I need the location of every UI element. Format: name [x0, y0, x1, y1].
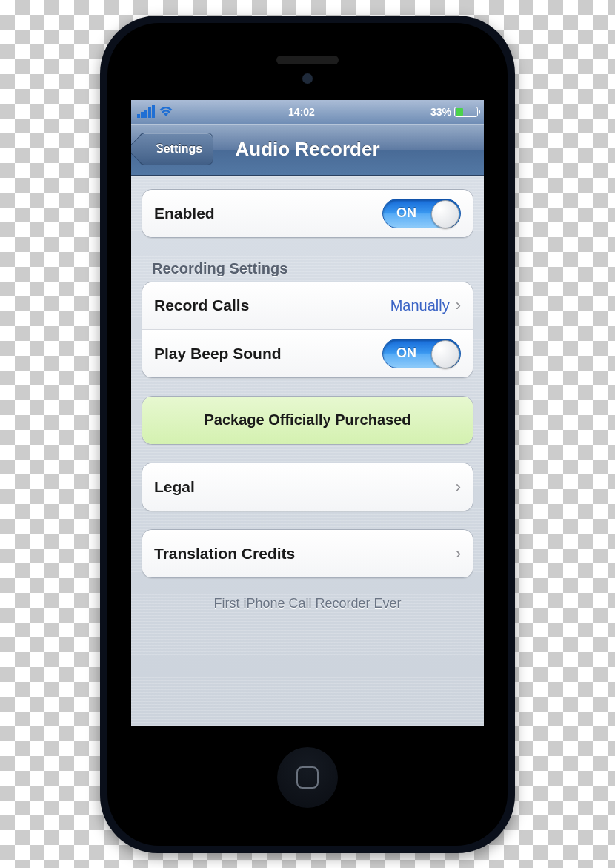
record-calls-value: Manually: [390, 297, 450, 314]
phone-inner: 14:02 33% Settings Audio Recorder: [107, 23, 508, 846]
group-enabled: Enabled ON: [142, 189, 473, 238]
back-button[interactable]: Settings: [139, 133, 213, 165]
purchased-label: Package Officially Purchased: [204, 411, 410, 428]
content[interactable]: Enabled ON Recording Settings Record Cal…: [131, 176, 484, 726]
home-button[interactable]: [276, 746, 339, 809]
toggle-on-label: ON: [396, 205, 416, 221]
footer-text: First iPhone Call Recorder Ever: [142, 596, 473, 612]
group-purchased: Package Officially Purchased: [142, 396, 473, 445]
phone-frame: 14:02 33% Settings Audio Recorder: [100, 16, 515, 853]
group-recording: Recording Settings Record Calls Manually…: [142, 256, 473, 378]
beep-label: Play Beep Sound: [154, 345, 282, 362]
legal-label: Legal: [154, 478, 195, 496]
cell-legal[interactable]: Legal ›: [142, 463, 473, 511]
toggle-on-label: ON: [396, 345, 416, 361]
group-legal: Legal ›: [142, 463, 473, 511]
record-calls-label: Record Calls: [154, 296, 249, 314]
enabled-label: Enabled: [154, 205, 215, 222]
cell-enabled[interactable]: Enabled ON: [142, 190, 473, 237]
group-credits: Translation Credits ›: [142, 529, 473, 578]
cell-record-calls[interactable]: Record Calls Manually ›: [142, 282, 473, 330]
nav-bar: Settings Audio Recorder: [131, 124, 484, 176]
chevron-right-icon: ›: [456, 477, 461, 497]
status-left: [137, 105, 173, 118]
signal-icon: [137, 105, 155, 118]
cell-purchased: Package Officially Purchased: [142, 397, 473, 444]
beep-toggle[interactable]: ON: [382, 339, 461, 368]
cell-credits[interactable]: Translation Credits ›: [142, 530, 473, 577]
cell-play-beep[interactable]: Play Beep Sound ON: [142, 330, 473, 377]
credits-label: Translation Credits: [154, 545, 295, 563]
speaker-slot: [276, 56, 339, 64]
chevron-right-icon: ›: [456, 544, 461, 563]
front-camera: [302, 73, 313, 84]
wifi-icon: [159, 107, 173, 117]
enabled-toggle[interactable]: ON: [382, 199, 461, 228]
chevron-right-icon: ›: [456, 296, 461, 315]
recording-header: Recording Settings: [142, 256, 473, 282]
screen: 14:02 33% Settings Audio Recorder: [131, 100, 484, 726]
home-button-icon: [296, 766, 319, 789]
status-time: 14:02: [288, 106, 315, 118]
back-button-label: Settings: [156, 142, 202, 156]
status-right: 33%: [430, 106, 478, 118]
status-bar: 14:02 33%: [131, 100, 484, 124]
battery-percent: 33%: [430, 106, 451, 118]
battery-icon: [454, 107, 478, 117]
